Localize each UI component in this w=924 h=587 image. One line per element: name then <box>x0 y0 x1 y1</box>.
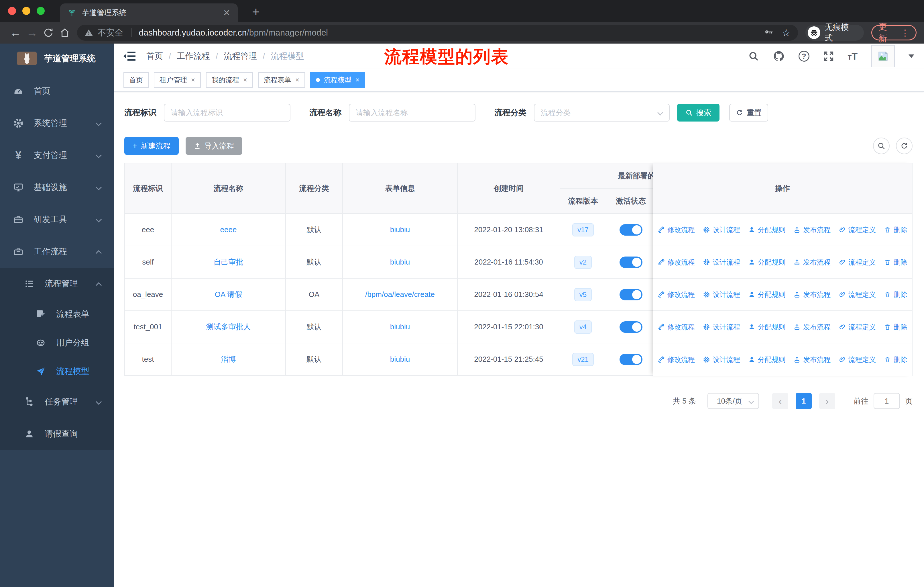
close-window-button[interactable] <box>8 7 16 15</box>
browser-menu-icon[interactable]: ⋮ <box>901 28 909 38</box>
forward-icon[interactable]: → <box>24 26 40 39</box>
sidebar-item-首页[interactable]: 首页 <box>0 75 114 107</box>
page-size-select[interactable]: 10条/页 <box>708 393 759 409</box>
sidebar-item-用户分组[interactable]: 用户分组 <box>0 329 114 357</box>
form-info-link[interactable]: biubiu <box>390 258 410 266</box>
url-bar[interactable]: 不安全 dashboard.yudao.iocoder.cn/bpm/manag… <box>77 25 798 41</box>
create-process-button[interactable]: + 新建流程 <box>124 137 179 155</box>
action-分配规则[interactable]: 分配规则 <box>748 355 785 364</box>
action-发布流程[interactable]: 发布流程 <box>794 322 831 332</box>
reload-icon[interactable] <box>40 27 56 38</box>
action-设计流程[interactable]: 设计流程 <box>703 258 740 267</box>
sidebar-item-流程管理[interactable]: 流程管理 <box>0 268 114 300</box>
process-name-input[interactable] <box>349 104 475 122</box>
tag-流程模型[interactable]: 流程模型× <box>310 72 365 88</box>
goto-page-input[interactable] <box>874 393 900 409</box>
action-删除[interactable]: 删除 <box>884 258 908 267</box>
close-icon[interactable]: × <box>355 76 360 84</box>
current-page-button[interactable]: 1 <box>796 393 812 409</box>
sidebar-item-系统管理[interactable]: 系统管理 <box>0 107 114 139</box>
home-icon[interactable] <box>56 27 73 38</box>
sidebar-item-流程表单[interactable]: 流程表单 <box>0 300 114 329</box>
process-name-link[interactable]: 滔博 <box>221 355 236 364</box>
close-icon[interactable]: × <box>191 76 195 84</box>
sidebar-item-研发工具[interactable]: 研发工具 <box>0 203 114 236</box>
search-icon[interactable] <box>748 51 759 62</box>
tag-租户管理[interactable]: 租户管理× <box>154 72 201 88</box>
action-分配规则[interactable]: 分配规则 <box>748 322 785 332</box>
process-name-link[interactable]: 测试多审批人 <box>206 322 251 331</box>
breadcrumb-item-工作流程[interactable]: 工作流程 <box>177 50 210 62</box>
action-分配规则[interactable]: 分配规则 <box>748 225 785 235</box>
minimize-window-button[interactable] <box>22 7 30 15</box>
form-info-link[interactable]: /bpm/oa/leave/create <box>365 290 435 299</box>
action-发布流程[interactable]: 发布流程 <box>794 355 831 364</box>
action-流程定义[interactable]: 流程定义 <box>839 258 876 267</box>
active-toggle[interactable] <box>620 224 642 236</box>
avatar-dropdown-icon[interactable] <box>909 55 914 58</box>
browser-update-button[interactable]: 更新 ⋮ <box>871 25 917 40</box>
sidebar-item-工作流程[interactable]: 工作流程 <box>0 236 114 268</box>
action-删除[interactable]: 删除 <box>884 225 908 235</box>
action-设计流程[interactable]: 设计流程 <box>703 290 740 299</box>
process-category-select[interactable]: 流程分类 <box>534 104 670 122</box>
action-分配规则[interactable]: 分配规则 <box>748 258 785 267</box>
tag-流程表单[interactable]: 流程表单× <box>258 72 305 88</box>
browser-tab[interactable]: 芋道管理系统 ✕ <box>60 3 238 22</box>
action-修改流程[interactable]: 修改流程 <box>658 258 695 267</box>
action-发布流程[interactable]: 发布流程 <box>794 258 831 267</box>
action-修改流程[interactable]: 修改流程 <box>658 225 695 235</box>
action-删除[interactable]: 删除 <box>884 290 908 299</box>
action-分配规则[interactable]: 分配规则 <box>748 290 785 299</box>
process-name-link[interactable]: 自己审批 <box>214 258 243 266</box>
form-info-link[interactable]: biubiu <box>390 322 410 331</box>
back-icon[interactable]: ← <box>7 26 24 39</box>
action-修改流程[interactable]: 修改流程 <box>658 322 695 332</box>
zoom-window-button[interactable] <box>37 7 45 15</box>
active-toggle[interactable] <box>620 354 642 365</box>
password-key-icon[interactable] <box>764 28 773 37</box>
collapse-sidebar-icon[interactable] <box>124 51 135 61</box>
active-toggle[interactable] <box>620 289 642 300</box>
bookmark-star-icon[interactable]: ☆ <box>782 27 790 38</box>
action-发布流程[interactable]: 发布流程 <box>794 225 831 235</box>
font-size-icon[interactable]: TT <box>848 51 858 62</box>
close-icon[interactable]: × <box>295 76 299 84</box>
next-page-button[interactable]: › <box>819 393 835 409</box>
active-toggle[interactable] <box>620 321 642 333</box>
action-流程定义[interactable]: 流程定义 <box>839 322 876 332</box>
action-流程定义[interactable]: 流程定义 <box>839 225 876 235</box>
action-删除[interactable]: 删除 <box>884 355 908 364</box>
action-流程定义[interactable]: 流程定义 <box>839 355 876 364</box>
breadcrumb-item-首页[interactable]: 首页 <box>146 50 163 62</box>
refresh-table-button[interactable] <box>896 137 912 154</box>
reset-button[interactable]: 重置 <box>729 104 768 122</box>
prev-page-button[interactable]: ‹ <box>772 393 788 409</box>
form-info-link[interactable]: biubiu <box>390 225 410 234</box>
new-tab-button[interactable]: + <box>252 4 260 20</box>
breadcrumb-item-流程管理[interactable]: 流程管理 <box>224 50 257 62</box>
fullscreen-icon[interactable] <box>823 51 834 62</box>
action-修改流程[interactable]: 修改流程 <box>658 290 695 299</box>
toggle-search-button[interactable] <box>873 137 889 154</box>
sidebar-item-基础设施[interactable]: 基础设施 <box>0 171 114 203</box>
tab-close-icon[interactable]: ✕ <box>223 8 230 18</box>
action-流程定义[interactable]: 流程定义 <box>839 290 876 299</box>
sidebar-item-支付管理[interactable]: ¥支付管理 <box>0 139 114 171</box>
tag-首页[interactable]: 首页 <box>124 72 148 88</box>
action-设计流程[interactable]: 设计流程 <box>703 322 740 332</box>
user-avatar[interactable] <box>871 45 895 67</box>
action-设计流程[interactable]: 设计流程 <box>703 355 740 364</box>
process-name-link[interactable]: eeee <box>220 225 237 234</box>
sidebar-item-任务管理[interactable]: 任务管理 <box>0 386 114 418</box>
github-icon[interactable] <box>773 50 785 62</box>
action-设计流程[interactable]: 设计流程 <box>703 225 740 235</box>
form-info-link[interactable]: biubiu <box>390 355 410 364</box>
sidebar-item-流程模型[interactable]: 流程模型 <box>0 357 114 386</box>
tag-我的流程[interactable]: 我的流程× <box>206 72 253 88</box>
sidebar-item-请假查询[interactable]: 请假查询 <box>0 418 114 450</box>
action-修改流程[interactable]: 修改流程 <box>658 355 695 364</box>
close-icon[interactable]: × <box>243 76 247 84</box>
action-删除[interactable]: 删除 <box>884 322 908 332</box>
active-toggle[interactable] <box>620 256 642 268</box>
